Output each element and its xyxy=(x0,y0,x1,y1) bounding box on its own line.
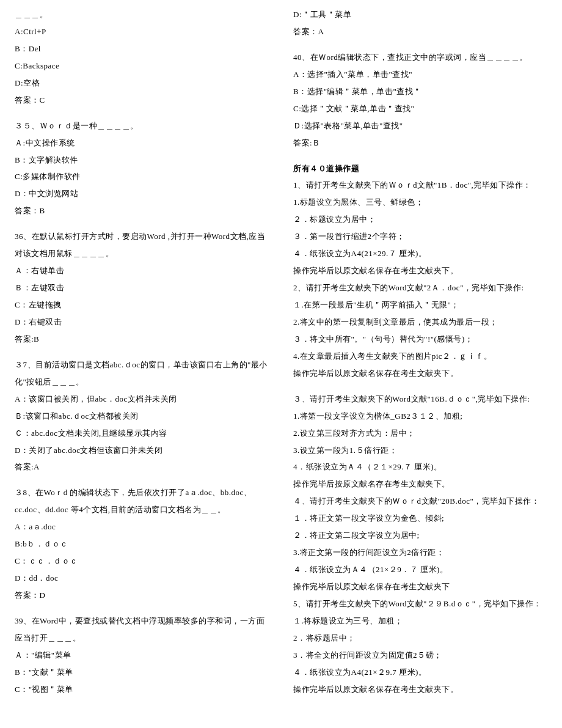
text-line: 2．将标题居中； xyxy=(293,630,547,647)
text-line: ＿＿＿。 xyxy=(15,6,269,23)
text-line: 1、请打开考生文献夹下的Ｗｏｒd文献"1B．doc",完毕如下操作： xyxy=(293,177,547,194)
text-line: １.在第一段最后"生机＂两字前插入＂无限"； xyxy=(293,296,547,314)
text-line: C:多媒体制作软件 xyxy=(15,168,269,185)
text-line: D：关闭了abc.doc文档但该窗口并未关闭 xyxy=(15,442,269,459)
text-line: 36、在默认鼠标打开方式时，要启动Word ,并打开一种Word文档,应当对该文… xyxy=(15,228,269,262)
text-line: 答案：B xyxy=(15,202,269,219)
blank-line xyxy=(293,40,547,49)
text-line: 答案:A xyxy=(15,458,269,476)
text-line: 答案:B xyxy=(15,331,269,348)
text-line: 3.将正文第一段的行间距设立为2倍行距； xyxy=(293,544,547,561)
text-line: Ａ："编辑"菜单 xyxy=(15,647,269,664)
text-line: 操作完毕后以原文献名保存在考生文献夹下。 xyxy=(293,365,547,382)
text-line: Ｂ：左键双击 xyxy=(15,279,269,296)
text-line: D：中文浏览网站 xyxy=(15,185,269,202)
text-line: １．将正文第一段文字设立为金色、倾斜; xyxy=(293,510,547,527)
text-line: Ａ：右键单击 xyxy=(15,262,269,279)
text-line: 答案：A xyxy=(293,23,547,40)
text-line: ４．纸张设立为Ａ４（21×２9．７ 厘米)。 xyxy=(293,561,547,578)
text-line: B：文字解决软件 xyxy=(15,152,269,169)
text-line: ４．纸张设立为A4(21×29.７ 厘米)。 xyxy=(293,245,547,262)
text-line: 40、在Ｗord编辑状态下，查找正文中的字或词，应当＿＿＿＿。 xyxy=(293,49,547,66)
text-line: D：右键双击 xyxy=(15,314,269,331)
text-line: A：aａ.doc xyxy=(15,518,269,535)
text-line: B：Del xyxy=(15,40,269,57)
text-line: C：左键拖拽 xyxy=(15,296,269,314)
text-line: 2、请打开考生文献夹下的Word文献"2Ａ．doc"，完毕如下操作: xyxy=(293,279,547,296)
text-line: D:空格 xyxy=(15,75,269,92)
text-line: C:选择＂文献＂菜单,单击＂查找" xyxy=(293,100,547,117)
text-line: 3．将全文的行间距设立为固定值2５磅； xyxy=(293,647,547,664)
text-line: ３．将文中所有"。"（句号）替代为"!"(感慨号)； xyxy=(293,331,547,348)
text-line: 4.在文章最后插入考生文献夹下的图片pic２．ｇｉｆ。 xyxy=(293,348,547,365)
text-line: C："视图＂菜单 xyxy=(15,681,269,698)
text-line: B："文献＂菜单 xyxy=(15,664,269,681)
blank-line xyxy=(15,109,269,117)
text-line: Ｄ:选择"表格"菜单,单击"查找" xyxy=(293,117,547,134)
text-line: 5、请打开考生文献夹下的Word文献"２９B.dｏｃ"，完毕如下操作： xyxy=(293,595,547,612)
text-line: 1.标题设立为黑体、三号、鲜绿色； xyxy=(293,194,547,211)
text-line: 操作完毕后按原文献名存在考生文献夹下。 xyxy=(293,476,547,493)
text-line: A:Ctrl+P xyxy=(15,23,269,40)
text-line: 2.设立第三段对齐方式为：居中； xyxy=(293,425,547,442)
blank-line xyxy=(15,604,269,612)
text-line: ３．第一段首行缩进2个字符； xyxy=(293,228,547,245)
text-line: 答案：D xyxy=(15,587,269,604)
text-line: 操作完毕后以原文献名保存在考生文献夹下 xyxy=(293,578,547,595)
text-line: 所有４０道操作题 xyxy=(293,160,547,177)
text-line: ３7、目前活动窗口是文档abc.ｄoc的窗口，单击该窗口右上角的"最小化"按钮后… xyxy=(15,356,269,391)
text-line: 操作完毕后以原文献名保存在考生文献夹下。 xyxy=(293,262,547,279)
text-line: Ａ:中文操作系统 xyxy=(15,134,269,152)
left-column: ＿＿＿。A:Ctrl+PB：DelC:BackspaceD:空格答案：C３５、Ｗ… xyxy=(15,6,269,698)
text-line: 操作完毕后以原文献名保存在考生文献夹下。 xyxy=(293,681,547,698)
blank-line xyxy=(15,476,269,484)
blank-line xyxy=(293,382,547,391)
text-line: A：选择"插入"菜单，单击"查找" xyxy=(293,66,547,83)
text-line: ３５、Ｗｏｒｄ是一种＿＿＿＿。 xyxy=(15,117,269,134)
text-line: Ｃ：abc.doc文档未关闭,且继续显示其内容 xyxy=(15,425,269,442)
text-line: ４．纸张设立为A4(21×２9.7 厘米)。 xyxy=(293,664,547,681)
text-line: ３8、在Woｒd 的编辑状态下，先后依次打开了aａ.doc、bb.doc、cc.… xyxy=(15,484,269,518)
right-column: D:＂工具＂菜单答案：A40、在Ｗord编辑状态下，查找正文中的字或词，应当＿＿… xyxy=(293,6,547,698)
text-line: ２．将正文第二段文字设立为居中; xyxy=(293,527,547,544)
text-line: １.将标题设立为三号、加粗； xyxy=(293,612,547,630)
text-line: B:bｂ．ｄｏｃ xyxy=(15,535,269,553)
text-line: A：该窗口被关闭，但abc．doc文档并未关闭 xyxy=(15,391,269,408)
text-line: 39、在Word中，要查找或替代文档中浮现频率较多的字和词，一方面应当打开＿＿＿… xyxy=(15,612,269,647)
text-line: D：dd．doc xyxy=(15,570,269,587)
text-line: C:Backspace xyxy=(15,57,269,75)
text-line: ４、请打开考生文献夹下的Ｗｏｒd文献"20B.doc"，完毕如下操作： xyxy=(293,493,547,510)
text-line: 2.将文中的第一段复制到文章最后，使其成为最后一段； xyxy=(293,314,547,331)
blank-line xyxy=(15,219,269,228)
text-line: 答案：C xyxy=(15,92,269,109)
text-line: 3.设立第一段为1.５倍行距； xyxy=(293,442,547,459)
blank-line xyxy=(293,152,547,160)
text-line: B：选择"编辑＂菜单，单击"查找＂ xyxy=(293,83,547,100)
text-line: 答案:Ｂ xyxy=(293,134,547,152)
blank-line xyxy=(15,348,269,356)
text-line: D:＂工具＂菜单 xyxy=(293,6,547,23)
text-line: ２．标题设立为居中； xyxy=(293,211,547,228)
text-line: 4．纸张设立为Ａ４（２１×29.７ 厘米)。 xyxy=(293,458,547,476)
page-container: ＿＿＿。A:Ctrl+PB：DelC:BackspaceD:空格答案：C３５、Ｗ… xyxy=(0,0,562,713)
text-line: 1.将第一段文字设立为楷体_GB2３１２、加粗; xyxy=(293,408,547,425)
text-line: Ｂ:该窗口和abc.ｄoc文档都被关闭 xyxy=(15,408,269,425)
text-line: C：ｃｃ．ｄｏｃ xyxy=(15,553,269,570)
text-line: ３、请打开考生文献夹下的Word文献"16B.ｄｏｃ",完毕如下操作: xyxy=(293,391,547,408)
